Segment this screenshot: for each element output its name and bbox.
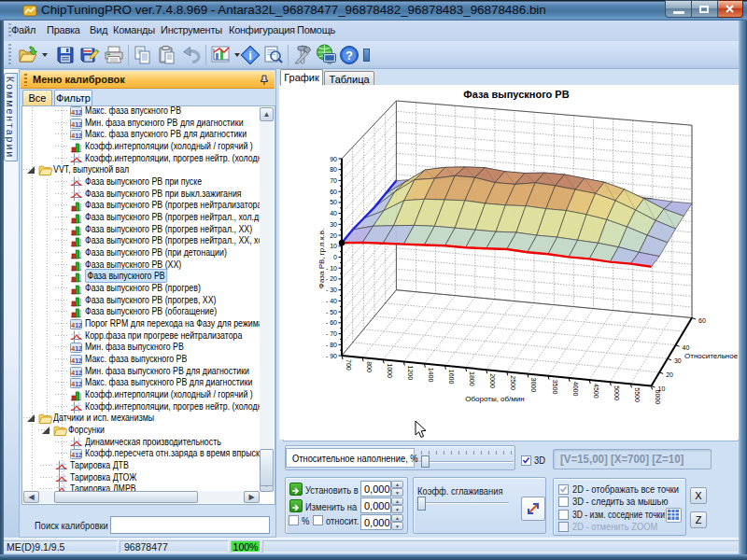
svg-text:12: 12 <box>75 120 82 127</box>
svg-text:i: i <box>248 49 252 63</box>
svg-text:12: 12 <box>75 133 82 139</box>
svg-text:12: 12 <box>75 109 82 116</box>
svg-text:12: 12 <box>75 369 82 375</box>
svg-text:12: 12 <box>75 357 82 363</box>
svg-text:12: 12 <box>75 345 82 352</box>
svg-text:12: 12 <box>75 452 82 458</box>
svg-text:?: ? <box>345 49 353 63</box>
svg-text:12: 12 <box>75 381 82 387</box>
svg-text:12: 12 <box>75 321 82 328</box>
